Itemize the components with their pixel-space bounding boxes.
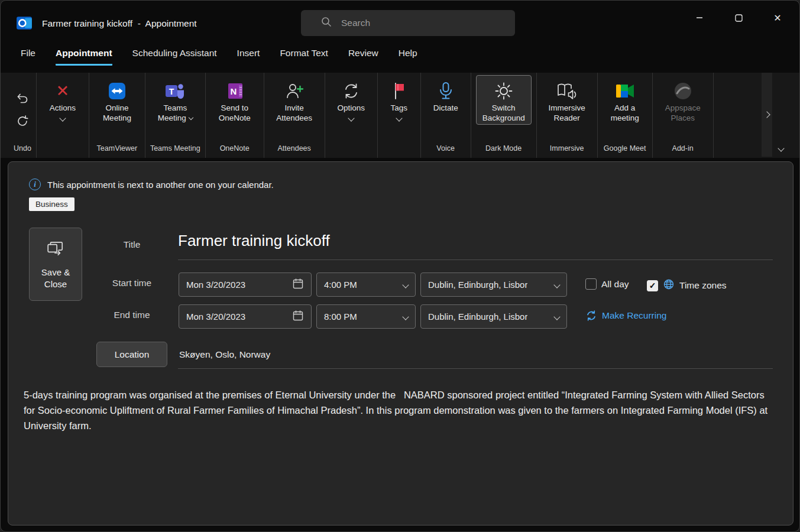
save-and-close-button[interactable]: Save & Close: [29, 228, 82, 301]
end-date-input[interactable]: Mon 3/20/2023: [179, 304, 312, 329]
location-button[interactable]: Location: [96, 342, 167, 367]
maximize-button[interactable]: [719, 1, 758, 35]
ribbon-group-google-meet: Add a meeting Google Meet: [598, 73, 653, 158]
time-zones-label[interactable]: Time zones: [679, 280, 727, 291]
appointment-body[interactable]: 5-days training program was organised at…: [24, 387, 773, 433]
start-date-input[interactable]: Mon 3/20/2023: [179, 273, 312, 297]
menu-insert[interactable]: Insert: [237, 48, 260, 66]
ribbon-group-label-teams-meeting: Teams Meeting: [150, 142, 200, 158]
sun-icon: [494, 79, 514, 103]
redo-button[interactable]: [15, 114, 30, 130]
ribbon-group-label-addin: Add-in: [658, 142, 708, 158]
search-box[interactable]: Search: [301, 10, 515, 36]
location-input[interactable]: Skøyen, Oslo, Norway: [179, 342, 270, 367]
menu-scheduling-assistant[interactable]: Scheduling Assistant: [132, 48, 217, 66]
globe-icon: [663, 278, 675, 293]
close-button[interactable]: ✕: [758, 1, 797, 35]
actions-x-icon: ✕: [56, 79, 70, 103]
switch-background-button[interactable]: Switch Background: [476, 75, 532, 125]
time-zones-control: Time zones: [647, 278, 727, 293]
google-meet-icon: [615, 79, 635, 103]
ribbon-group-options: Options: [325, 73, 378, 158]
make-recurring-button[interactable]: Make Recurring: [585, 310, 666, 322]
undo-button[interactable]: [15, 91, 30, 107]
search-icon: [321, 17, 332, 30]
menu-appointment[interactable]: Appointment: [56, 48, 112, 66]
collapse-ribbon-button[interactable]: [771, 140, 791, 157]
options-sync-icon: [342, 79, 361, 103]
microphone-icon: [436, 79, 455, 103]
start-timezone-dropdown[interactable]: Dublin, Edinburgh, Lisbor: [420, 273, 567, 297]
info-icon: i: [29, 179, 41, 190]
divider: [178, 259, 773, 260]
end-time-label: End time: [97, 310, 167, 320]
immersive-reader-icon: [556, 79, 578, 103]
title-input[interactable]: Farmer training kickoff: [178, 232, 330, 250]
all-day-checkbox[interactable]: [585, 278, 597, 290]
menu-format-text[interactable]: Format Text: [280, 48, 328, 66]
chevron-down-icon: [59, 115, 66, 121]
window-controls: ✕: [680, 1, 797, 35]
add-a-meeting-button[interactable]: Add a meeting: [603, 75, 647, 125]
send-to-onenote-button[interactable]: N Send to OneNote: [210, 75, 259, 125]
ribbon-group-addin: Appspace Places Add-in: [653, 73, 714, 158]
time-zones-checkbox[interactable]: [647, 280, 658, 291]
menubar: File Appointment Scheduling Assistant In…: [21, 48, 417, 66]
teamviewer-icon: [107, 79, 127, 103]
end-timezone-dropdown[interactable]: Dublin, Edinburgh, Lisbor: [420, 304, 567, 329]
actions-button[interactable]: ✕ Actions: [41, 75, 84, 122]
onenote-icon: N: [225, 79, 245, 103]
category-badge[interactable]: Business: [29, 197, 75, 211]
ribbon-group-actions: ✕ Actions: [37, 73, 89, 158]
svg-text:T: T: [169, 87, 174, 96]
divider: [178, 368, 773, 369]
menu-review[interactable]: Review: [348, 48, 378, 66]
ribbon-group-voice: Dictate Voice: [421, 73, 471, 158]
chevron-down-icon: [402, 313, 409, 320]
invite-attendees-button[interactable]: Invite Attendees: [269, 75, 320, 125]
ribbon-group-label-onenote: OneNote: [210, 142, 259, 158]
ribbon-group-onenote: N Send to OneNote OneNote: [206, 73, 264, 158]
menu-help[interactable]: Help: [399, 48, 417, 66]
ribbon-group-label-teamviewer: TeamViewer: [94, 142, 140, 158]
teams-meeting-button[interactable]: T Teams Meeting: [151, 75, 199, 125]
outlook-app-icon: [16, 15, 33, 31]
appointment-form-panel: i This appointment is next to another on…: [8, 161, 793, 525]
calendar-icon: [292, 310, 304, 324]
minimize-button[interactable]: [680, 1, 719, 35]
online-meeting-button[interactable]: Online Meeting: [94, 75, 140, 125]
ribbon-group-label-attendees: Attendees: [269, 142, 320, 158]
ribbon-group-label-dark-mode: Dark Mode: [476, 142, 532, 158]
infobar-message: This appointment is next to another one …: [47, 180, 274, 190]
ribbon: Undo ✕ Actions Online Meeting TeamViewer: [1, 73, 799, 158]
title-label: Title: [97, 239, 167, 250]
undo-icon: [15, 91, 30, 107]
ribbon-group-tags: Tags: [378, 73, 421, 158]
window-title: Farmer training kickoff - Appointment: [42, 18, 197, 29]
all-day-control: All day: [585, 278, 629, 290]
end-time-dropdown[interactable]: 8:00 PM: [316, 304, 416, 329]
menu-file[interactable]: File: [21, 48, 35, 66]
chevron-down-icon: [189, 115, 193, 120]
titlebar: Farmer training kickoff - Appointment Se…: [1, 1, 799, 46]
redo-icon: [15, 114, 30, 130]
calendar-icon: [292, 278, 304, 292]
all-day-label[interactable]: All day: [601, 279, 629, 290]
chevron-down-icon: [402, 281, 409, 288]
dictate-button[interactable]: Dictate: [426, 75, 466, 115]
ribbon-group-undo: Undo: [9, 73, 37, 158]
immersive-reader-button[interactable]: Immersive Reader: [542, 75, 592, 125]
chevron-down-icon: [553, 313, 560, 320]
ribbon-group-label-immersive: Immersive: [542, 142, 592, 158]
infobar: i This appointment is next to another on…: [29, 179, 274, 190]
start-time-dropdown[interactable]: 4:00 PM: [316, 273, 416, 297]
chevron-down-icon: [396, 115, 402, 121]
tags-button[interactable]: Tags: [383, 75, 416, 122]
options-button[interactable]: Options: [330, 75, 373, 122]
flag-icon: [390, 79, 408, 103]
outlook-appointment-window: Farmer training kickoff - Appointment Se…: [0, 0, 800, 532]
chevron-down-icon: [553, 281, 560, 288]
svg-text:N: N: [230, 86, 237, 96]
teams-icon: T: [164, 79, 186, 103]
ribbon-group-label-google-meet: Google Meet: [603, 142, 647, 158]
